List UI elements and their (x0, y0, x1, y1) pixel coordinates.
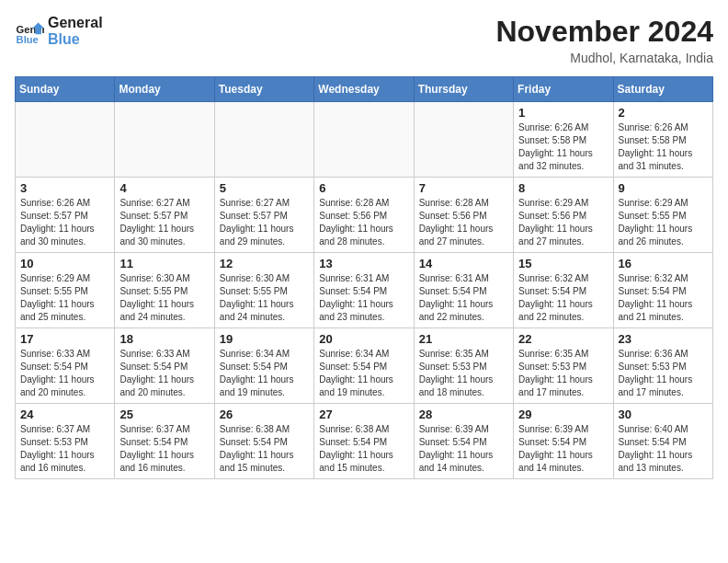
cell-info: Sunrise: 6:26 AMSunset: 5:58 PMDaylight:… (619, 121, 708, 173)
cell-info: Sunrise: 6:38 AMSunset: 5:54 PMDaylight:… (319, 423, 408, 475)
cell-info: Sunrise: 6:27 AMSunset: 5:57 PMDaylight:… (119, 197, 209, 248)
cell-info: Sunrise: 6:29 AMSunset: 5:56 PMDaylight:… (518, 197, 608, 248)
day-number: 8 (518, 181, 608, 195)
cell-info: Sunrise: 6:31 AMSunset: 5:54 PMDaylight:… (419, 272, 508, 324)
day-number: 18 (119, 332, 209, 346)
day-number: 17 (20, 332, 109, 346)
cell-info: Sunrise: 6:28 AMSunset: 5:56 PMDaylight:… (419, 197, 508, 248)
cell-info: Sunrise: 6:34 AMSunset: 5:54 PMDaylight:… (220, 348, 309, 399)
calendar-cell: 7Sunrise: 6:28 AMSunset: 5:56 PMDaylight… (414, 178, 513, 253)
day-number: 21 (419, 332, 508, 346)
day-number: 9 (619, 181, 708, 195)
day-number: 20 (319, 332, 408, 346)
cell-info: Sunrise: 6:34 AMSunset: 5:54 PMDaylight:… (319, 348, 408, 399)
calendar-cell: 9Sunrise: 6:29 AMSunset: 5:55 PMDaylight… (613, 178, 712, 253)
calendar-cell: 4Sunrise: 6:27 AMSunset: 5:57 PMDaylight… (115, 178, 214, 253)
calendar-cell: 12Sunrise: 6:30 AMSunset: 5:55 PMDayligh… (214, 253, 313, 328)
day-number: 11 (119, 257, 209, 270)
calendar-cell: 2Sunrise: 6:26 AMSunset: 5:58 PMDaylight… (613, 102, 712, 178)
month-title: November 2024 (495, 15, 713, 49)
calendar-week-4: 17Sunrise: 6:33 AMSunset: 5:54 PMDayligh… (16, 328, 713, 404)
day-number: 19 (220, 332, 309, 346)
cell-info: Sunrise: 6:31 AMSunset: 5:54 PMDaylight:… (319, 272, 408, 324)
day-number: 4 (119, 181, 209, 195)
day-number: 27 (319, 408, 408, 421)
calendar-cell: 22Sunrise: 6:35 AMSunset: 5:53 PMDayligh… (514, 328, 613, 404)
calendar-cell (16, 102, 115, 178)
cell-info: Sunrise: 6:33 AMSunset: 5:54 PMDaylight:… (119, 348, 209, 399)
cell-info: Sunrise: 6:37 AMSunset: 5:54 PMDaylight:… (119, 423, 209, 475)
calendar-cell: 25Sunrise: 6:37 AMSunset: 5:54 PMDayligh… (115, 404, 214, 479)
calendar-week-1: 1Sunrise: 6:26 AMSunset: 5:58 PMDaylight… (16, 102, 713, 178)
calendar-cell: 14Sunrise: 6:31 AMSunset: 5:54 PMDayligh… (414, 253, 513, 328)
cell-info: Sunrise: 6:26 AMSunset: 5:57 PMDaylight:… (20, 197, 109, 248)
calendar-cell: 3Sunrise: 6:26 AMSunset: 5:57 PMDaylight… (16, 178, 115, 253)
calendar-cell: 15Sunrise: 6:32 AMSunset: 5:54 PMDayligh… (514, 253, 613, 328)
cell-info: Sunrise: 6:32 AMSunset: 5:54 PMDaylight:… (619, 272, 708, 324)
day-number: 15 (518, 257, 608, 270)
calendar-week-2: 3Sunrise: 6:26 AMSunset: 5:57 PMDaylight… (16, 178, 713, 253)
calendar-cell: 23Sunrise: 6:36 AMSunset: 5:53 PMDayligh… (613, 328, 712, 404)
day-number: 2 (619, 106, 708, 120)
cell-info: Sunrise: 6:35 AMSunset: 5:53 PMDaylight:… (419, 348, 508, 399)
calendar-cell: 5Sunrise: 6:27 AMSunset: 5:57 PMDaylight… (214, 178, 313, 253)
cell-info: Sunrise: 6:26 AMSunset: 5:58 PMDaylight:… (518, 121, 608, 173)
calendar-cell: 1Sunrise: 6:26 AMSunset: 5:58 PMDaylight… (514, 102, 613, 178)
calendar-week-3: 10Sunrise: 6:29 AMSunset: 5:55 PMDayligh… (16, 253, 713, 328)
cell-info: Sunrise: 6:27 AMSunset: 5:57 PMDaylight:… (220, 197, 309, 248)
title-block: November 2024 Mudhol, Karnataka, India (495, 15, 713, 65)
calendar-week-5: 24Sunrise: 6:37 AMSunset: 5:53 PMDayligh… (16, 404, 713, 479)
cell-info: Sunrise: 6:37 AMSunset: 5:53 PMDaylight:… (20, 423, 109, 475)
cell-info: Sunrise: 6:36 AMSunset: 5:53 PMDaylight:… (619, 348, 708, 399)
weekday-header-row: SundayMondayTuesdayWednesdayThursdayFrid… (16, 77, 713, 102)
calendar-cell: 17Sunrise: 6:33 AMSunset: 5:54 PMDayligh… (16, 328, 115, 404)
calendar-cell: 16Sunrise: 6:32 AMSunset: 5:54 PMDayligh… (613, 253, 712, 328)
day-number: 13 (319, 257, 408, 270)
calendar-cell: 30Sunrise: 6:40 AMSunset: 5:54 PMDayligh… (613, 404, 712, 479)
calendar-cell: 28Sunrise: 6:39 AMSunset: 5:54 PMDayligh… (414, 404, 513, 479)
day-number: 24 (20, 408, 109, 421)
calendar-cell: 18Sunrise: 6:33 AMSunset: 5:54 PMDayligh… (115, 328, 214, 404)
cell-info: Sunrise: 6:40 AMSunset: 5:54 PMDaylight:… (619, 423, 708, 475)
calendar-cell: 20Sunrise: 6:34 AMSunset: 5:54 PMDayligh… (314, 328, 414, 404)
calendar-cell: 21Sunrise: 6:35 AMSunset: 5:53 PMDayligh… (414, 328, 513, 404)
calendar-cell: 19Sunrise: 6:34 AMSunset: 5:54 PMDayligh… (214, 328, 313, 404)
calendar-cell (414, 102, 513, 178)
calendar-cell: 8Sunrise: 6:29 AMSunset: 5:56 PMDaylight… (514, 178, 613, 253)
logo-general: General (48, 15, 103, 31)
cell-info: Sunrise: 6:30 AMSunset: 5:55 PMDaylight:… (220, 272, 309, 324)
weekday-header-sunday: Sunday (16, 77, 115, 102)
day-number: 1 (518, 106, 608, 120)
weekday-header-monday: Monday (115, 77, 214, 102)
day-number: 26 (220, 408, 309, 421)
cell-info: Sunrise: 6:35 AMSunset: 5:53 PMDaylight:… (518, 348, 608, 399)
calendar-cell: 10Sunrise: 6:29 AMSunset: 5:55 PMDayligh… (16, 253, 115, 328)
calendar-cell: 26Sunrise: 6:38 AMSunset: 5:54 PMDayligh… (214, 404, 313, 479)
day-number: 3 (20, 181, 109, 195)
weekday-header-friday: Friday (514, 77, 613, 102)
day-number: 25 (119, 408, 209, 421)
location-text: Mudhol, Karnataka, India (495, 51, 713, 65)
svg-text:Blue: Blue (17, 33, 39, 44)
cell-info: Sunrise: 6:39 AMSunset: 5:54 PMDaylight:… (518, 423, 608, 475)
logo-blue: Blue (48, 31, 103, 48)
calendar-cell: 27Sunrise: 6:38 AMSunset: 5:54 PMDayligh… (314, 404, 414, 479)
cell-info: Sunrise: 6:29 AMSunset: 5:55 PMDaylight:… (20, 272, 109, 324)
day-number: 6 (319, 181, 408, 195)
calendar-cell: 29Sunrise: 6:39 AMSunset: 5:54 PMDayligh… (514, 404, 613, 479)
cell-info: Sunrise: 6:33 AMSunset: 5:54 PMDaylight:… (20, 348, 109, 399)
day-number: 30 (619, 408, 708, 421)
logo-icon: General Blue (15, 17, 44, 46)
weekday-header-tuesday: Tuesday (214, 77, 313, 102)
day-number: 10 (20, 257, 109, 270)
calendar-cell (214, 102, 313, 178)
day-number: 22 (518, 332, 608, 346)
cell-info: Sunrise: 6:38 AMSunset: 5:54 PMDaylight:… (220, 423, 309, 475)
calendar-cell: 24Sunrise: 6:37 AMSunset: 5:53 PMDayligh… (16, 404, 115, 479)
cell-info: Sunrise: 6:32 AMSunset: 5:54 PMDaylight:… (518, 272, 608, 324)
weekday-header-thursday: Thursday (414, 77, 513, 102)
day-number: 29 (518, 408, 608, 421)
calendar-cell: 13Sunrise: 6:31 AMSunset: 5:54 PMDayligh… (314, 253, 414, 328)
day-number: 16 (619, 257, 708, 270)
weekday-header-wednesday: Wednesday (314, 77, 414, 102)
